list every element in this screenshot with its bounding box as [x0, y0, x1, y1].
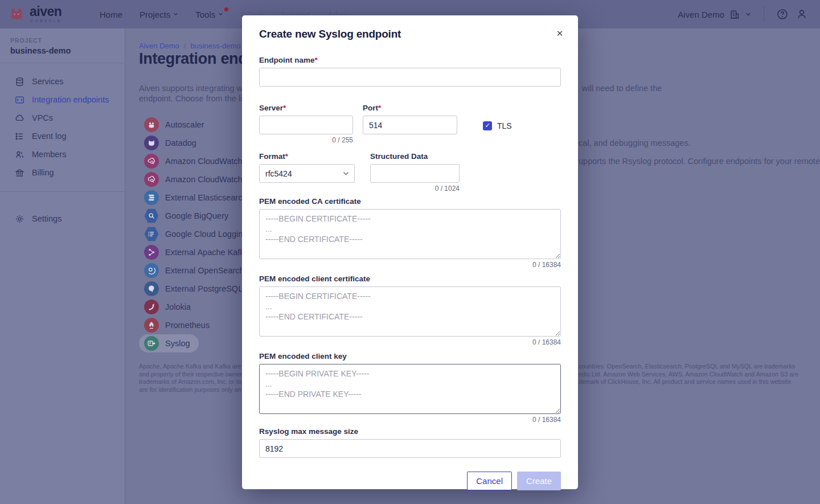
integration-label: Datadog [165, 138, 196, 147]
format-select[interactable]: rfc5424 [259, 164, 355, 183]
amazon-cloudwatch-logs-icon [144, 154, 159, 169]
project-section-label: PROJECT [10, 37, 114, 44]
external-apache-kafka-icon [144, 245, 159, 260]
nav-item-projects[interactable]: Projects [140, 10, 178, 19]
required-mark: * [285, 152, 288, 161]
integration-item-autoscaler[interactable]: Autoscaler [139, 116, 213, 134]
nav-item-tools[interactable]: Tools [195, 10, 223, 19]
integration-item-external-postgresql[interactable]: External PostgreSQL [139, 280, 251, 298]
integration-label: Autoscaler [165, 120, 204, 129]
autoscaler-icon [144, 117, 159, 132]
sidebar-divider [0, 191, 125, 192]
integration-item-google-bigquery[interactable]: Google BigQuery [139, 207, 237, 225]
cloud-icon [15, 113, 24, 123]
required-mark: * [315, 56, 318, 64]
jolokia-icon [144, 300, 159, 314]
legal-text-line: are for identification purposes only an [139, 386, 242, 394]
external-opensearch-icon [144, 263, 159, 278]
client-certificate-label: PEM encoded client certificate [259, 274, 561, 283]
integration-label: External Apache Kafka [165, 248, 249, 257]
brand-name: aiven [30, 5, 62, 18]
legal-text-line: and property of their respective owner [139, 371, 242, 379]
integration-item-jolokia[interactable]: Jolokia [139, 298, 199, 316]
sidebar-item-label: Services [32, 77, 64, 86]
sidebar-item-label: Event log [32, 132, 66, 141]
sidebar-item-label: Settings [32, 214, 62, 223]
ca-certificate-textarea[interactable] [259, 209, 561, 259]
external-elasticsearch-icon [144, 190, 159, 205]
navbar-divider [764, 6, 764, 22]
sidebar-item-integration-endpoints[interactable]: Integration endpoints [0, 91, 125, 109]
format-label: Format [259, 152, 285, 161]
cancel-button[interactable]: Cancel [467, 472, 512, 490]
breadcrumb-project-link[interactable]: business-demo [190, 42, 240, 50]
tls-checkbox[interactable]: ✓ [483, 121, 492, 130]
user-menu-button[interactable] [796, 9, 807, 20]
sidebar-item-services[interactable]: Services [0, 72, 125, 91]
sidebar-item-label: VPCs [32, 113, 53, 122]
google-cloud-logging-icon [144, 227, 159, 241]
endpoint-name-input[interactable] [259, 68, 561, 87]
legal-text-line: trademarks of Amazon.com, Inc. or its [139, 378, 242, 386]
chevron-down-icon [218, 13, 223, 16]
legal-text-line: countries. OpenSearch, Elasticsearch, Po… [579, 363, 798, 371]
nav-item-home[interactable]: Home [100, 10, 122, 19]
datadog-icon [144, 136, 159, 150]
modal-title: Create new Syslog endpoint [259, 28, 561, 40]
integration-label: Prometheus [165, 321, 210, 330]
legal-footer-right: countries. OpenSearch, Elasticsearch, Po… [579, 363, 798, 386]
external-postgresql-icon [144, 281, 159, 296]
port-input[interactable] [363, 116, 457, 134]
syslog-description-fragment: cal, and debugging messages. [579, 138, 691, 147]
intro-text-line2: endpoint. Choose from the list [139, 94, 249, 103]
structured-data-char-counter: 0 / 1024 [370, 185, 460, 192]
breadcrumb-org-link[interactable]: Aiven Demo [139, 42, 179, 50]
sidebar-item-members[interactable]: Members [0, 145, 125, 163]
max-message-size-label: Rsyslog max message size [259, 427, 561, 436]
integration-item-datadog[interactable]: Datadog [139, 134, 205, 152]
sidebar-item-label: Billing [32, 168, 54, 177]
structured-data-input[interactable] [370, 164, 460, 183]
integration-item-syslog[interactable]: Syslog [139, 334, 199, 353]
sidebar-nav: ServicesIntegration endpointsVPCsEvent l… [0, 63, 125, 182]
tls-checkbox-group[interactable]: ✓ TLS [483, 116, 512, 135]
port-label: Port [363, 104, 378, 112]
create-button[interactable]: Create [517, 472, 561, 490]
organization-name: Aiven Demo [678, 10, 724, 19]
sidebar-item-billing[interactable]: Billing [0, 163, 125, 182]
members-icon [15, 150, 24, 159]
required-mark: * [283, 104, 286, 112]
sidebar-item-event-log[interactable]: Event log [0, 127, 125, 145]
endpoints-icon [15, 95, 24, 105]
crab-logo-icon [8, 6, 25, 22]
sidebar-item-vpcs[interactable]: VPCs [0, 109, 125, 127]
server-input[interactable] [259, 116, 353, 134]
breadcrumb-separator: / [184, 42, 186, 50]
max-message-size-input[interactable] [259, 439, 561, 458]
legal-text-line: edis Ltd. Amazon Web Services, AWS, Amaz… [579, 371, 798, 379]
help-button[interactable] [777, 9, 788, 20]
sidebar-item-settings[interactable]: Settings [0, 210, 125, 228]
integration-item-external-apache-kafka[interactable]: External Apache Kafka [139, 243, 257, 261]
integration-label: Google Cloud Logging [165, 230, 247, 239]
close-icon[interactable]: ✕ [553, 27, 567, 40]
integration-item-external-elasticsearch[interactable]: External Elasticsearch [139, 189, 255, 207]
aiven-logo[interactable]: aiven CONSOLE [0, 5, 92, 23]
client-key-textarea[interactable] [259, 364, 561, 414]
integration-item-external-opensearch[interactable]: External OpenSearch [139, 261, 253, 280]
required-mark: * [378, 104, 381, 112]
integration-item-google-cloud-logging[interactable]: Google Cloud Logging [139, 225, 256, 243]
integration-label: External Elasticsearch [165, 193, 247, 202]
integration-item-prometheus[interactable]: Prometheus [139, 316, 218, 334]
format-selected-value: rfc5424 [265, 169, 292, 178]
project-name: business-demo [10, 46, 114, 55]
client-key-char-counter: 0 / 16384 [259, 416, 561, 424]
prometheus-icon [144, 318, 159, 333]
structured-data-label: Structured Data [370, 152, 460, 161]
legal-text-line: Apache, Apache Kafka and Kafka are [139, 363, 242, 371]
organization-selector[interactable]: Aiven Demo [678, 9, 751, 20]
integration-label: Syslog [165, 339, 190, 348]
legal-text-line: demark of ClickHouse, Inc. All product a… [579, 378, 798, 386]
client-certificate-textarea[interactable] [259, 286, 561, 337]
integration-label: Google BigQuery [165, 211, 228, 220]
